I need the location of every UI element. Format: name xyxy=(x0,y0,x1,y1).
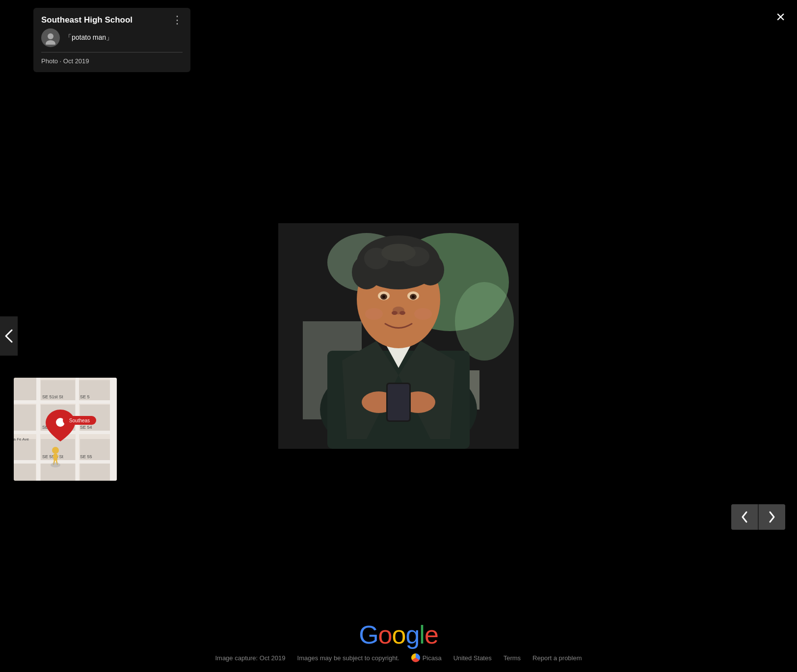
info-card: Southeast High School ⋮ 「potato man」 Pho… xyxy=(33,8,190,72)
prev-arrow-button[interactable] xyxy=(731,504,758,530)
footer: Google Image capture: Oct 2019 Images ma… xyxy=(0,618,797,672)
svg-point-66 xyxy=(51,463,60,467)
map-thumbnail[interactable]: SE 51st St SE 52nd St SE 55th St SE 5 SE… xyxy=(14,378,117,481)
prev-photo-button[interactable] xyxy=(0,316,18,356)
svg-point-25 xyxy=(382,295,385,298)
svg-text:Southeas: Southeas xyxy=(69,418,90,423)
main-photo-container xyxy=(278,223,519,449)
svg-text:SE 5: SE 5 xyxy=(80,394,90,399)
picasa-credit: Picasa xyxy=(411,653,442,662)
photo-nav-arrows xyxy=(731,504,785,530)
copyright-text: Images may be subject to copyright. xyxy=(297,654,399,662)
svg-rect-43 xyxy=(14,439,36,481)
close-button[interactable]: × xyxy=(776,9,785,25)
svg-point-1 xyxy=(46,40,55,45)
svg-point-30 xyxy=(365,308,383,320)
avatar xyxy=(41,28,60,47)
photo-date: Photo · Oct 2019 xyxy=(41,57,89,65)
svg-point-0 xyxy=(48,33,53,39)
main-photo xyxy=(278,223,519,449)
map-inner: SE 51st St SE 52nd St SE 55th St SE 5 SE… xyxy=(14,378,117,481)
svg-rect-44 xyxy=(41,439,75,481)
svg-point-61 xyxy=(52,447,59,454)
svg-text:SE 51st St: SE 51st St xyxy=(42,394,63,399)
svg-point-28 xyxy=(392,311,398,315)
more-options-icon[interactable]: ⋮ xyxy=(172,15,183,26)
svg-point-31 xyxy=(414,308,432,320)
username: 「potato man」 xyxy=(65,33,113,42)
svg-text:SE 55: SE 55 xyxy=(80,454,92,459)
google-logo: Google xyxy=(359,620,438,649)
svg-rect-37 xyxy=(14,378,38,402)
picasa-icon xyxy=(411,653,420,662)
svg-rect-62 xyxy=(53,454,57,461)
svg-text:Santa Fe Ave: Santa Fe Ave xyxy=(14,437,29,441)
svg-rect-49 xyxy=(14,460,117,464)
svg-point-20 xyxy=(381,244,416,261)
next-arrow-button[interactable] xyxy=(759,504,785,530)
picasa-label: Picasa xyxy=(423,654,442,662)
svg-point-5 xyxy=(455,282,514,361)
svg-rect-50 xyxy=(76,378,79,481)
footer-meta: Image capture: Oct 2019 Images may be su… xyxy=(215,653,582,662)
svg-point-29 xyxy=(399,311,405,315)
report-link[interactable]: Report a problem xyxy=(532,654,582,662)
svg-text:SE 54: SE 54 xyxy=(80,425,92,430)
svg-rect-46 xyxy=(36,378,40,481)
terms-link[interactable]: Terms xyxy=(504,654,521,662)
svg-rect-47 xyxy=(14,400,117,404)
place-name: Southeast High School xyxy=(41,15,133,25)
svg-point-26 xyxy=(412,295,415,298)
svg-rect-51 xyxy=(110,378,117,481)
image-capture-text: Image capture: Oct 2019 xyxy=(215,654,285,662)
divider xyxy=(41,52,183,52)
svg-rect-35 xyxy=(388,384,409,420)
svg-rect-40 xyxy=(14,405,36,434)
country-link[interactable]: United States xyxy=(453,654,492,662)
